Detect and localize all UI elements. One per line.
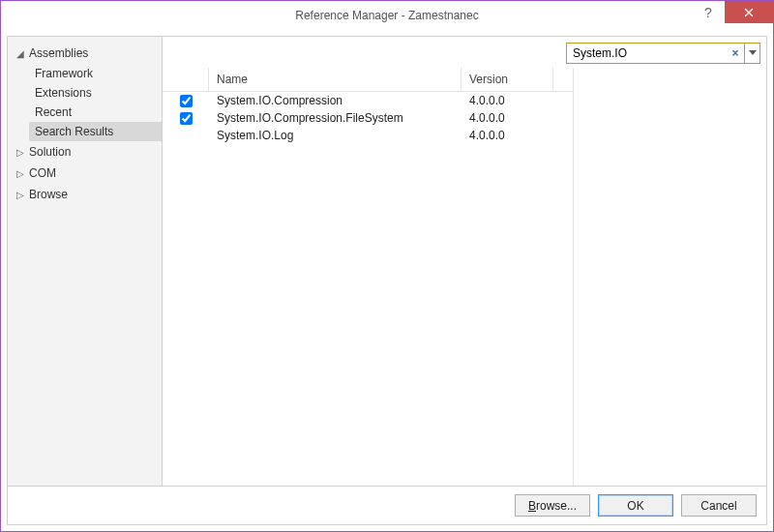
row-check-cell (163, 95, 209, 107)
row-check-cell (163, 112, 209, 125)
sidebar-category-label: COM (29, 166, 56, 180)
svg-marker-2 (749, 50, 757, 55)
detail-panel (574, 68, 766, 486)
chevron-right-icon: ▷ (15, 168, 25, 179)
sidebar-category-browse[interactable]: ▷ Browse (8, 184, 162, 205)
ok-label: OK (627, 499, 643, 513)
help-button[interactable]: ? (692, 1, 725, 23)
sidebar-item-extensions[interactable]: Extensions (29, 83, 162, 103)
table-row[interactable]: System.IO.Compression.FileSystem4.0.0.0 (163, 109, 573, 127)
table-row[interactable]: System.IO.Log4.0.0.0 (163, 127, 573, 144)
dialog-footer: Browse... OK Cancel (8, 486, 766, 524)
column-headers: Name Version (163, 68, 573, 92)
row-checkbox[interactable] (180, 112, 193, 125)
clear-search-button[interactable]: × (727, 46, 744, 60)
search-dropdown-button[interactable] (745, 43, 760, 64)
dialog-content: ◢ Assemblies Framework Extensions Recent… (7, 36, 767, 525)
sidebar: ◢ Assemblies Framework Extensions Recent… (8, 37, 163, 486)
column-header-check[interactable] (163, 68, 209, 91)
chevron-down-icon (749, 50, 757, 56)
sidebar-item-label: Recent (35, 105, 72, 119)
sidebar-category-label: Browse (29, 188, 68, 201)
column-header-name[interactable]: Name (209, 68, 461, 91)
row-checkbox[interactable] (180, 95, 193, 107)
chevron-down-icon: ◢ (15, 48, 25, 59)
row-version: 4.0.0.0 (461, 94, 553, 107)
ok-button[interactable]: OK (598, 494, 673, 517)
sidebar-item-label: Search Results (35, 125, 113, 138)
sidebar-category-label: Solution (29, 145, 71, 159)
main-panel: × Name Version System.IO.Com (163, 37, 766, 486)
row-name: System.IO.Compression (209, 94, 461, 107)
chevron-right-icon: ▷ (15, 147, 25, 158)
sidebar-category-label: Assemblies (29, 46, 88, 60)
toolbar: × (163, 37, 766, 68)
row-name: System.IO.Log (209, 129, 461, 142)
sidebar-subitems-assemblies: Framework Extensions Recent Search Resul… (8, 64, 162, 141)
search-box[interactable]: × (566, 43, 745, 64)
cancel-button[interactable]: Cancel (681, 494, 757, 517)
table-row[interactable]: System.IO.Compression4.0.0.0 (163, 92, 573, 109)
sidebar-category-assemblies[interactable]: ◢ Assemblies (8, 43, 162, 64)
titlebar: Reference Manager - Zamestnanec ? (1, 1, 773, 30)
results-rows: System.IO.Compression4.0.0.0System.IO.Co… (163, 92, 573, 144)
sidebar-item-search-results[interactable]: Search Results (29, 122, 162, 141)
titlebar-buttons: ? (692, 1, 773, 23)
close-icon (744, 8, 754, 17)
window-title: Reference Manager - Zamestnanec (295, 9, 478, 22)
sidebar-item-recent[interactable]: Recent (29, 103, 162, 122)
cancel-label: Cancel (700, 499, 736, 513)
close-button[interactable] (725, 1, 773, 23)
row-name: System.IO.Compression.FileSystem (209, 111, 461, 125)
help-icon: ? (704, 5, 712, 20)
row-version: 4.0.0.0 (461, 111, 553, 125)
row-checkbox-empty[interactable] (180, 130, 193, 142)
row-version: 4.0.0.0 (461, 129, 553, 142)
sidebar-item-framework[interactable]: Framework (29, 64, 162, 83)
search-input[interactable] (567, 46, 727, 60)
results-list: Name Version System.IO.Compression4.0.0.… (163, 68, 574, 486)
reference-manager-window: Reference Manager - Zamestnanec ? ◢ Asse… (0, 0, 774, 532)
dialog-body: ◢ Assemblies Framework Extensions Recent… (8, 37, 766, 486)
sidebar-item-label: Framework (35, 67, 93, 80)
browse-button[interactable]: Browse... (515, 494, 590, 517)
sidebar-category-com[interactable]: ▷ COM (8, 163, 162, 184)
column-header-version[interactable]: Version (461, 68, 553, 91)
row-check-cell (163, 130, 209, 142)
content-area: Name Version System.IO.Compression4.0.0.… (163, 68, 766, 486)
chevron-right-icon: ▷ (15, 190, 25, 200)
column-header-pad (553, 68, 573, 91)
sidebar-category-solution[interactable]: ▷ Solution (8, 141, 162, 163)
sidebar-item-label: Extensions (35, 86, 92, 100)
